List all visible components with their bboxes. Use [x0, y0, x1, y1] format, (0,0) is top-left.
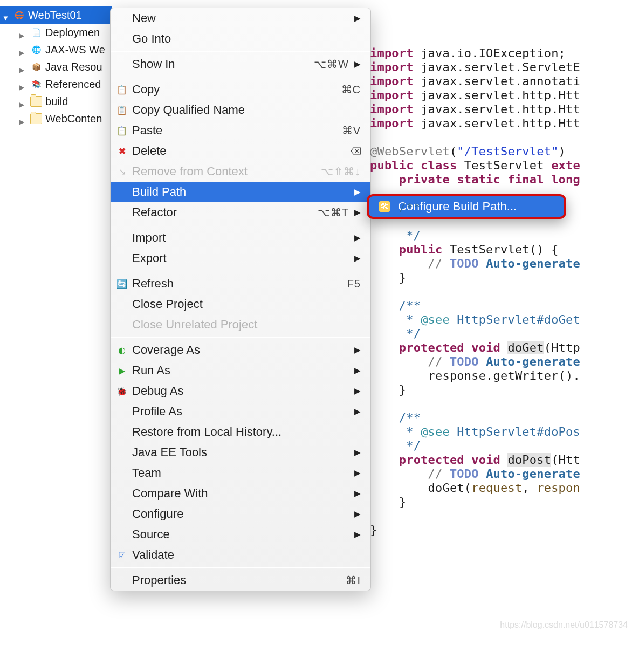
- code-line: */: [370, 439, 580, 453]
- expand-arrow-right-icon[interactable]: [19, 63, 27, 71]
- code-line: /**: [370, 411, 580, 425]
- tree-item[interactable]: build: [0, 93, 112, 110]
- code-editor[interactable]: import java.io.IOException;import javax.…: [370, 32, 580, 537]
- code-line: [370, 509, 580, 523]
- submenu-arrow-icon: ▶: [354, 530, 361, 539]
- menu-item-delete[interactable]: Delete: [111, 141, 370, 161]
- menu-label: Copy: [132, 83, 341, 97]
- code-line: [370, 187, 580, 201]
- menu-separator: [111, 77, 370, 77]
- submenu-arrow-icon: ▶: [354, 233, 361, 243]
- code-line: doGet(request, respon: [370, 481, 580, 495]
- menu-item-refactor[interactable]: Refactor⌥⌘T▶: [111, 202, 370, 223]
- menu-label: Close Project: [132, 297, 361, 311]
- expand-arrow-right-icon[interactable]: [19, 115, 27, 122]
- menu-item-team[interactable]: Team▶: [111, 463, 370, 483]
- menu-separator: [111, 51, 370, 52]
- tree-item[interactable]: Referenced: [0, 76, 112, 93]
- menu-shortcut: ⌘C: [341, 83, 361, 96]
- menu-label: Run As: [132, 364, 349, 378]
- code-line: @WebServlet("/TestServlet"): [370, 145, 580, 159]
- menu-item-refresh[interactable]: RefreshF5: [111, 273, 370, 294]
- menu-label: Export: [132, 251, 349, 265]
- menu-item-close-project[interactable]: Close Project: [111, 294, 370, 314]
- menu-item-go-into[interactable]: Go Into: [111, 29, 370, 49]
- code-line: [370, 285, 580, 299]
- menu-label: Delete: [132, 144, 351, 158]
- paste-icon: [116, 125, 128, 136]
- menu-item-profile-as[interactable]: Profile As▶: [111, 401, 370, 422]
- globe-icon: [30, 44, 42, 55]
- tree-label: Java Resou: [45, 61, 102, 72]
- context-menu: New▶Go IntoShow In⌥⌘W▶Copy⌘CCopy Qualifi…: [110, 8, 371, 591]
- menu-item-java-ee-tools[interactable]: Java EE Tools▶: [111, 442, 370, 463]
- menu-item-show-in[interactable]: Show In⌥⌘W▶: [111, 54, 370, 74]
- refresh-icon: [116, 278, 128, 290]
- code-line: }: [370, 271, 580, 285]
- delete-key-icon: [351, 145, 361, 157]
- code-line: public class TestServlet exte: [370, 159, 580, 173]
- submenu-arrow-icon: ▶: [354, 13, 361, 23]
- tree-item[interactable]: Java Resou: [0, 58, 112, 76]
- res-icon: [30, 61, 42, 72]
- menu-item-copy[interactable]: Copy⌘C: [111, 79, 370, 100]
- tree-item[interactable]: WebConten: [0, 110, 112, 127]
- menu-shortcut: ⌘V: [342, 124, 361, 137]
- submenu-arrow-icon: ▶: [354, 345, 361, 355]
- menu-item-new[interactable]: New▶: [111, 8, 370, 29]
- menu-item-source[interactable]: Source▶: [111, 524, 370, 545]
- submenu-arrow-icon: ▶: [354, 509, 361, 519]
- menu-label: Profile As: [132, 404, 349, 419]
- submenu-arrow-icon: ▶: [354, 366, 361, 375]
- code-line: public TestServlet() {: [370, 243, 580, 257]
- tree-label: Deploymen: [45, 27, 100, 38]
- menu-label: Go Into: [132, 32, 361, 46]
- expand-arrow-right-icon[interactable]: [19, 80, 27, 88]
- debug-icon: [116, 385, 128, 397]
- folder-icon: [30, 96, 42, 107]
- menu-separator: [111, 337, 370, 338]
- menu-shortcut: ⌘I: [346, 574, 361, 587]
- menu-item-import[interactable]: Import▶: [111, 228, 370, 248]
- menu-label: Validate: [132, 548, 361, 562]
- menu-label: Compare With: [132, 486, 349, 500]
- code-line: }: [370, 383, 580, 397]
- tree-item[interactable]: JAX-WS We: [0, 41, 112, 58]
- menu-item-export[interactable]: Export▶: [111, 248, 370, 269]
- menu-item-paste[interactable]: Paste⌘V: [111, 120, 370, 141]
- copy-icon: [116, 104, 128, 116]
- menu-item-restore-from-local-history[interactable]: Restore from Local History...: [111, 422, 370, 442]
- menu-label: Debug As: [132, 384, 349, 398]
- jar-icon: [30, 79, 42, 90]
- menu-item-coverage-as[interactable]: Coverage As▶: [111, 340, 370, 360]
- menu-item-debug-as[interactable]: Debug As▶: [111, 381, 370, 401]
- menu-shortcut: F5: [347, 278, 361, 290]
- submenu-arrow-icon: ▶: [354, 448, 361, 457]
- project-icon: [13, 10, 25, 20]
- tree-label: JAX-WS We: [45, 44, 105, 55]
- code-line: protected void doGet(Http: [370, 341, 580, 355]
- code-line: */: [370, 229, 580, 243]
- tree-label: WebTest01: [28, 10, 82, 20]
- expand-arrow-right-icon[interactable]: [19, 29, 27, 36]
- expand-arrow-down-icon[interactable]: [2, 11, 10, 19]
- menu-item-copy-qualified-name[interactable]: Copy Qualified Name: [111, 100, 370, 120]
- submenu-arrow-icon: ▶: [354, 253, 361, 263]
- tree-item[interactable]: Deploymen: [0, 24, 112, 41]
- menu-item-validate[interactable]: Validate: [111, 545, 370, 565]
- folder-icon: [30, 113, 42, 124]
- del-icon: [116, 145, 128, 157]
- expand-arrow-right-icon[interactable]: [19, 98, 27, 105]
- code-line: import java.io.IOException;: [370, 46, 580, 60]
- code-line: /**: [370, 201, 580, 215]
- menu-item-compare-with[interactable]: Compare With▶: [111, 483, 370, 504]
- menu-item-run-as[interactable]: Run As▶: [111, 360, 370, 381]
- menu-item-configure[interactable]: Configure▶: [111, 504, 370, 524]
- tree-label: WebConten: [45, 113, 102, 124]
- menu-item-build-path[interactable]: Build Path▶: [111, 182, 370, 202]
- expand-arrow-right-icon[interactable]: [19, 46, 27, 53]
- menu-item-properties[interactable]: Properties⌘I: [111, 570, 370, 591]
- code-line: [370, 131, 580, 145]
- tree-item-project[interactable]: WebTest01: [0, 6, 112, 24]
- code-line: import javax.servlet.http.Htt: [370, 102, 580, 116]
